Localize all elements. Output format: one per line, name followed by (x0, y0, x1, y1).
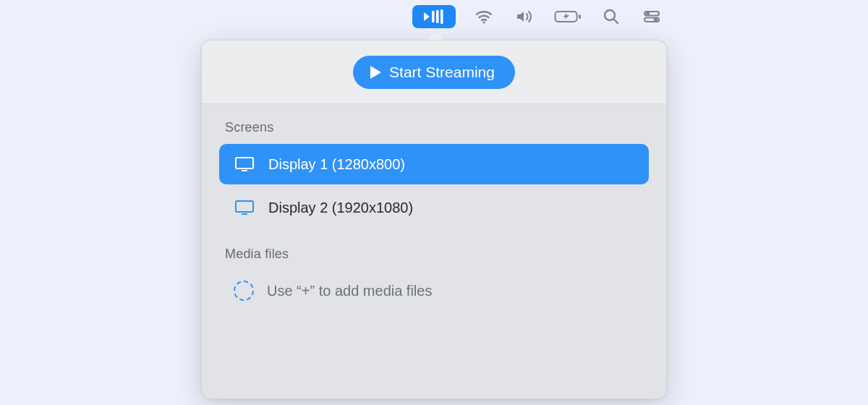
screens-list: Display 1 (1280x800) Display 2 (1920x108… (219, 144, 649, 235)
media-files-section: Media files Use “+” to add media files (202, 239, 666, 315)
svg-rect-5 (579, 14, 581, 19)
menubar-control-center[interactable] (639, 6, 664, 27)
menubar-stream-active[interactable] (412, 5, 456, 28)
media-empty-row[interactable]: Use “+” to add media files (219, 270, 649, 311)
svg-rect-2 (441, 9, 443, 24)
add-placeholder-icon (234, 281, 254, 301)
menubar-battery[interactable] (553, 6, 583, 27)
volume-icon (515, 9, 534, 24)
svg-rect-12 (236, 201, 253, 212)
battery-icon (554, 10, 582, 23)
screen-item-label: Display 1 (1280x800) (268, 156, 405, 173)
media-files-title: Media files (219, 247, 649, 270)
media-empty-hint: Use “+” to add media files (267, 283, 432, 299)
screen-item-display-1[interactable]: Display 1 (1280x800) (219, 144, 649, 184)
menubar (0, 4, 868, 29)
screens-title: Screens (219, 120, 649, 144)
stream-icon (422, 9, 446, 25)
display-icon (234, 156, 255, 172)
screen-item-label: Display 2 (1920x1080) (268, 200, 413, 216)
menubar-wifi[interactable] (472, 6, 496, 27)
control-center-icon (643, 10, 660, 23)
display-icon (234, 200, 255, 216)
svg-rect-11 (236, 158, 253, 169)
play-icon (369, 65, 382, 80)
panel-caret (428, 30, 443, 40)
start-streaming-button[interactable]: Start Streaming (353, 56, 515, 89)
svg-rect-0 (432, 11, 435, 22)
svg-point-3 (482, 21, 485, 23)
menubar-search[interactable] (599, 6, 624, 27)
svg-point-10 (655, 19, 657, 21)
screens-section: Screens Display 1 (1280x800) (202, 104, 666, 239)
wifi-icon (475, 9, 493, 24)
streaming-panel: Start Streaming Screens Display 1 (1280x… (201, 40, 667, 399)
panel-header: Start Streaming (202, 40, 666, 104)
svg-rect-1 (436, 10, 439, 23)
screen-item-display-2[interactable]: Display 2 (1920x1080) (219, 187, 649, 228)
menubar-volume[interactable] (512, 6, 537, 27)
svg-point-8 (647, 12, 649, 14)
search-icon (603, 9, 619, 25)
start-streaming-label: Start Streaming (389, 64, 495, 81)
